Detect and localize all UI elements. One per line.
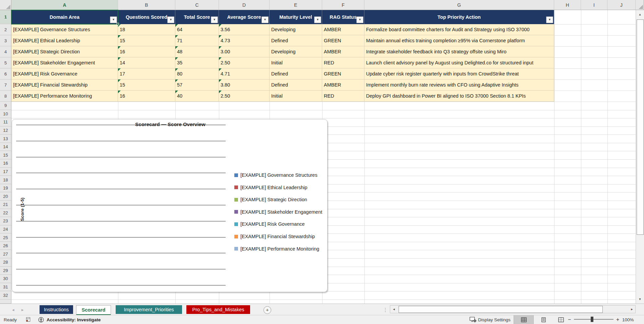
column-header-E[interactable]: E xyxy=(270,0,322,10)
sheet-tab-improvement_priorities[interactable]: Improvement_Priorities xyxy=(116,305,182,314)
scroll-down-arrow-icon[interactable]: ▼ xyxy=(636,295,644,304)
scroll-right-arrow-icon[interactable]: ► xyxy=(629,306,635,313)
filter-dropdown-icon[interactable]: ▾ xyxy=(356,16,363,23)
row-header-2[interactable]: 2 xyxy=(0,24,11,35)
row-header-17[interactable]: 17 xyxy=(0,168,11,176)
scroll-left-arrow-icon[interactable]: ◄ xyxy=(391,306,397,313)
row-header-16[interactable]: 16 xyxy=(0,159,11,168)
new-sheet-button[interactable]: + xyxy=(264,306,271,314)
cell-E6[interactable]: Defined xyxy=(270,68,322,79)
row-header-22[interactable]: 22 xyxy=(0,209,11,217)
cell-D6[interactable]: 4.71 xyxy=(219,68,270,79)
cell-E8[interactable]: Initial xyxy=(270,91,322,102)
cell-A2[interactable]: [EXAMPLE] Governance Structures xyxy=(11,24,118,35)
normal-view-button[interactable] xyxy=(514,315,534,324)
row-header-4[interactable]: 4 xyxy=(0,46,11,57)
filter-dropdown-icon[interactable]: ▾ xyxy=(546,16,553,23)
row-header-18[interactable]: 18 xyxy=(0,176,11,184)
table-header-avg[interactable]: Average Score▾ xyxy=(219,10,270,24)
tab-scroll-right-icon[interactable]: ▸ xyxy=(21,307,24,312)
sheet-tab-instructions[interactable]: Instructions xyxy=(40,305,73,314)
column-header-G[interactable]: G xyxy=(364,0,554,10)
cell-B2[interactable]: 18 xyxy=(118,24,175,35)
cell-E4[interactable]: Developing xyxy=(270,46,322,57)
filter-dropdown-icon[interactable]: ▾ xyxy=(167,16,174,23)
zoom-slider-track[interactable] xyxy=(574,319,613,320)
row-header-15[interactable]: 15 xyxy=(0,151,11,159)
cell-E2[interactable]: Developing xyxy=(270,24,322,35)
cell-C2[interactable]: 64 xyxy=(175,24,219,35)
cell-G2[interactable]: Formalize board committee charters for A… xyxy=(364,24,554,35)
row-header-29[interactable]: 29 xyxy=(0,267,11,275)
zoom-slider-thumb[interactable] xyxy=(591,317,593,322)
row-header-28[interactable]: 28 xyxy=(0,258,11,267)
row-header-7[interactable]: 7 xyxy=(0,79,11,91)
row-header-21[interactable]: 21 xyxy=(0,201,11,209)
cell-B4[interactable]: 16 xyxy=(118,46,175,57)
row-header-31[interactable]: 31 xyxy=(0,283,11,291)
cell-D7[interactable]: 3.80 xyxy=(219,79,270,91)
cell-F7[interactable]: AMBER xyxy=(322,79,364,91)
row-header-13[interactable]: 13 xyxy=(0,134,11,143)
cell-C8[interactable]: 40 xyxy=(175,91,219,102)
accessibility-status[interactable]: Accessibility: Investigate xyxy=(47,315,101,324)
cell-B5[interactable]: 14 xyxy=(118,57,175,68)
row-header-10[interactable]: 10 xyxy=(0,110,11,118)
cell-G4[interactable]: Integrate stakeholder feedback into Q3 s… xyxy=(364,46,554,57)
horizontal-scrollbar[interactable]: ◄ ► xyxy=(390,305,636,313)
page-layout-view-button[interactable] xyxy=(535,315,552,324)
horizontal-scroll-thumb[interactable] xyxy=(399,306,603,313)
sheet-tab-scorecard[interactable]: Scorecard xyxy=(76,305,111,315)
row-header-24[interactable]: 24 xyxy=(0,225,11,234)
cell-C5[interactable]: 35 xyxy=(175,57,219,68)
cell-E5[interactable]: Initial xyxy=(270,57,322,68)
vertical-scrollbar[interactable]: ▲ ▼ xyxy=(636,10,644,304)
filter-dropdown-icon[interactable]: ▾ xyxy=(261,16,269,23)
cell-G5[interactable]: Launch client advisory panel by August u… xyxy=(364,57,554,68)
filter-dropdown-icon[interactable]: ▾ xyxy=(211,16,218,23)
selection-fill-handle[interactable] xyxy=(117,23,119,25)
cell-A4[interactable]: [EXAMPLE] Strategic Direction xyxy=(11,46,118,57)
cell-A8[interactable]: [EXAMPLE] Performance Monitoring xyxy=(11,91,118,102)
table-header-rag[interactable]: RAG Status▾ xyxy=(322,10,364,24)
row-header-32[interactable]: 32 xyxy=(0,291,11,300)
column-header-C[interactable]: C xyxy=(175,0,219,10)
cell-A6[interactable]: [EXAMPLE] Risk Governance xyxy=(11,68,118,79)
column-header-I[interactable]: I xyxy=(581,0,607,10)
zoom-level[interactable]: 100% xyxy=(622,315,634,324)
column-header-A[interactable]: A xyxy=(11,0,118,10)
column-header-D[interactable]: D xyxy=(219,0,270,10)
display-settings-label[interactable]: Display Settings xyxy=(478,315,511,324)
cell-A5[interactable]: [EXAMPLE] Stakeholder Engagement xyxy=(11,57,118,68)
row-header-9[interactable]: 9 xyxy=(0,102,11,110)
row-header-30[interactable]: 30 xyxy=(0,275,11,283)
cell-B8[interactable]: 16 xyxy=(118,91,175,102)
row-header-14[interactable]: 14 xyxy=(0,143,11,151)
row-header-20[interactable]: 20 xyxy=(0,192,11,201)
cell-D4[interactable]: 3.00 xyxy=(219,46,270,57)
column-header-F[interactable]: F xyxy=(322,0,364,10)
cell-F3[interactable]: GREEN xyxy=(322,35,364,46)
cell-E3[interactable]: Defined xyxy=(270,35,322,46)
row-header-26[interactable]: 26 xyxy=(0,242,11,250)
cell-B6[interactable]: 17 xyxy=(118,68,175,79)
vertical-scroll-thumb[interactable] xyxy=(637,19,644,235)
row-header-23[interactable]: 23 xyxy=(0,217,11,225)
row-header-8[interactable]: 8 xyxy=(0,91,11,102)
cell-D2[interactable]: 3.56 xyxy=(219,24,270,35)
table-header-domain[interactable]: Domain Area▾ xyxy=(11,10,118,24)
cell-B7[interactable]: 15 xyxy=(118,79,175,91)
cell-A7[interactable]: [EXAMPLE] Financial Stewardship xyxy=(11,79,118,91)
cell-D3[interactable]: 4.73 xyxy=(219,35,270,46)
row-header-5[interactable]: 5 xyxy=(0,57,11,68)
row-header-11[interactable]: 11 xyxy=(0,118,11,126)
column-header-B[interactable]: B xyxy=(118,0,175,10)
macro-record-icon[interactable] xyxy=(25,315,31,324)
table-header-maturity[interactable]: Maturity Level▾ xyxy=(270,10,322,24)
cell-A3[interactable]: [EXAMPLE] Ethical Leadership xyxy=(11,35,118,46)
cell-D5[interactable]: 2.50 xyxy=(219,57,270,68)
select-all-corner[interactable] xyxy=(0,0,11,10)
page-break-view-button[interactable] xyxy=(553,315,569,324)
cell-C3[interactable]: 71 xyxy=(175,35,219,46)
cell-C4[interactable]: 48 xyxy=(175,46,219,57)
